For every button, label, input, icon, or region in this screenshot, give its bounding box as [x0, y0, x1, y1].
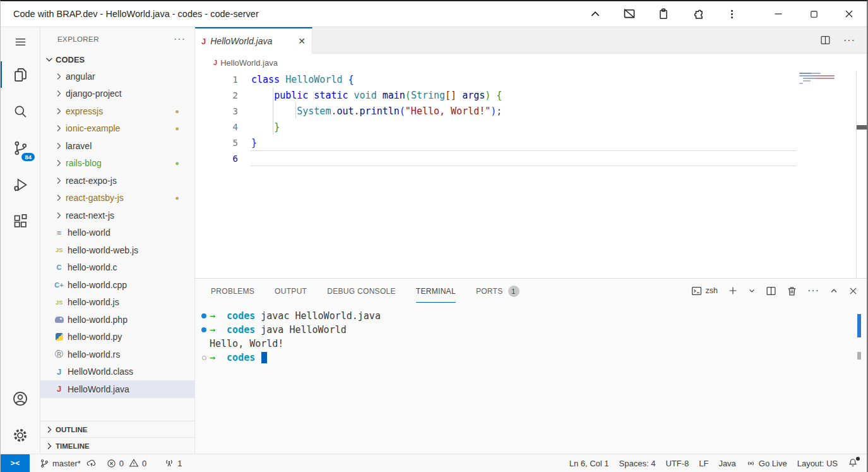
indent-guide [273, 87, 273, 103]
code-line-1[interactable]: 1class HelloWorld { [195, 71, 867, 87]
eol-status[interactable]: LF [694, 454, 713, 472]
explorer-icon[interactable] [1, 56, 40, 93]
radio-tower-icon [164, 458, 174, 468]
menu-hamburger-icon[interactable] [1, 27, 40, 56]
split-editor-icon[interactable] [820, 35, 831, 45]
git-branch-status[interactable]: master* [35, 454, 102, 472]
code-line-6[interactable]: 6 [195, 150, 867, 166]
language-mode-status[interactable]: Java [713, 454, 740, 472]
folder-expressjs[interactable]: expressjs● [40, 102, 194, 120]
indentation-status[interactable]: Spaces: 4 [614, 454, 661, 472]
file-HelloWorld.java[interactable]: JHelloWorld.java [40, 380, 194, 398]
folder-django-project[interactable]: django-project [40, 85, 194, 103]
terminal-dropdown-chevron-icon[interactable] [748, 287, 756, 294]
file-hello-world-web.js[interactable]: JShello-world-web.js [40, 241, 194, 259]
c-file-icon: C [54, 262, 64, 272]
keyboard-layout-status[interactable]: Layout: US [792, 454, 843, 472]
code-line-2[interactable]: 2 public static void main(String[] args)… [195, 87, 867, 103]
code-line-5[interactable]: 5} [195, 135, 867, 150]
folder-laravel[interactable]: laravel [40, 137, 194, 155]
file-HelloWorld.class[interactable]: JHelloWorld.class [40, 363, 194, 381]
panel-tab-debug-console[interactable]: DEBUG CONSOLE [327, 279, 396, 303]
git-status-dot: ● [175, 107, 179, 115]
folder-react-gatsby-js[interactable]: react-gatsby-js● [40, 190, 194, 207]
go-live-status[interactable]: Go Live [741, 454, 792, 472]
file-hello-world[interactable]: ≡hello-world [40, 224, 194, 242]
search-icon[interactable] [1, 93, 40, 130]
editor-scrollbar[interactable] [856, 71, 867, 278]
file-hello-world.cpp[interactable]: C+hello-world.cpp [40, 276, 194, 294]
folder-react-expo-js[interactable]: react-expo-js [40, 172, 194, 190]
account-icon[interactable] [1, 380, 40, 417]
file-hello-world.rs[interactable]: Ⓡhello-world.rs [40, 346, 194, 363]
settings-gear-icon[interactable] [1, 417, 40, 454]
new-terminal-icon[interactable] [728, 286, 738, 296]
folder-rails-blog[interactable]: rails-blog● [40, 155, 194, 172]
file-hello-world.py[interactable]: hello-world.py [40, 329, 194, 346]
terminal-shell-selector[interactable]: zsh [691, 286, 718, 296]
ports-status[interactable]: 1 [159, 454, 187, 472]
source-control-icon[interactable]: 84 [1, 130, 40, 166]
tree-item-label: HelloWorld.class [68, 366, 133, 377]
ports-count: 1 [177, 459, 182, 468]
panel-tab-ports[interactable]: PORTS1 [476, 279, 520, 303]
problems-status[interactable]: 0 0 [102, 454, 152, 472]
chevron-right-icon [54, 158, 64, 168]
notification-dot [856, 457, 860, 461]
extensions-icon[interactable] [1, 203, 40, 239]
kebab-menu-icon[interactable] [724, 6, 739, 21]
file-hello-world.js[interactable]: JShello-world.js [40, 294, 194, 312]
file-hello-world.c[interactable]: Chello-world.c [40, 259, 194, 277]
folder-angular[interactable]: angular [40, 68, 194, 85]
indent-guide [273, 103, 273, 119]
close-window-button[interactable] [831, 1, 867, 27]
tab-helloworld-java[interactable]: J HelloWorld.java ✕ [195, 27, 312, 54]
titlebar: Code with BRAP.dev - HelloWorld.java - c… [1, 1, 867, 27]
workspace-section-codes[interactable]: CODES [40, 51, 194, 68]
breadcrumb-file[interactable]: HelloWorld.java [220, 58, 278, 68]
tree-item-label: hello-world.c [68, 262, 117, 272]
tree-item-label: react-next-js [66, 210, 114, 221]
split-terminal-icon[interactable] [766, 286, 776, 296]
clipboard-icon[interactable] [656, 6, 671, 21]
file-hello-world.php[interactable]: hello-world.php [40, 311, 194, 329]
outline-pane-label: OUTLINE [56, 426, 87, 433]
folder-react-next-js[interactable]: react-next-js [40, 207, 194, 224]
run-debug-icon[interactable] [1, 166, 40, 203]
git-status-dot: ● [175, 194, 179, 202]
minimize-button[interactable] [761, 1, 796, 27]
maximize-panel-chevron-icon[interactable] [829, 286, 838, 295]
close-panel-icon[interactable] [848, 286, 858, 296]
kill-terminal-trash-icon[interactable] [787, 286, 797, 296]
line-number: 6 [195, 154, 238, 164]
folder-ionic-example[interactable]: ionic-example● [40, 120, 194, 138]
tab-close-icon[interactable]: ✕ [298, 36, 306, 46]
remote-indicator[interactable]: >< [1, 454, 30, 472]
notifications-bell[interactable] [843, 454, 863, 472]
line-number: 2 [195, 90, 238, 100]
panel-tab-problems[interactable]: PROBLEMS [211, 279, 254, 303]
cursor-position-status[interactable]: Ln 6, Col 1 [564, 454, 614, 472]
timeline-pane-header[interactable]: TIMELINE [40, 437, 194, 454]
panel-tab-output[interactable]: OUTPUT [275, 279, 307, 303]
screen-share-off-icon[interactable] [622, 6, 637, 21]
java-file-icon: J [213, 59, 217, 66]
panel-tab-terminal[interactable]: TERMINAL [416, 279, 456, 303]
prompt-arrow: → [210, 352, 227, 363]
code-line-4[interactable]: 4 } [195, 119, 867, 135]
tree-item-label: hello-world.php [68, 315, 128, 325]
encoding-status[interactable]: UTF-8 [660, 454, 694, 472]
minimap[interactable] [799, 73, 855, 85]
maximize-button[interactable] [796, 1, 831, 27]
tree-item-label: laravel [66, 141, 92, 151]
terminal-output[interactable]: → codes javac HelloWorld.java→ codes jav… [195, 303, 867, 454]
panel-tab-badge: 1 [508, 286, 520, 297]
tree-item-label: hello-world-web.js [68, 245, 138, 255]
prompt-arrow: → [210, 310, 227, 322]
panel-tab-label: TERMINAL [416, 287, 456, 296]
extensions-puzzle-icon[interactable] [690, 6, 705, 21]
chevron-up-icon[interactable] [588, 6, 603, 21]
code-editor[interactable]: 1class HelloWorld {2 public static void … [195, 71, 867, 278]
outline-pane-header[interactable]: OUTLINE [40, 421, 194, 437]
code-line-3[interactable]: 3 System.out.println("Hello, World!"); [195, 103, 867, 119]
